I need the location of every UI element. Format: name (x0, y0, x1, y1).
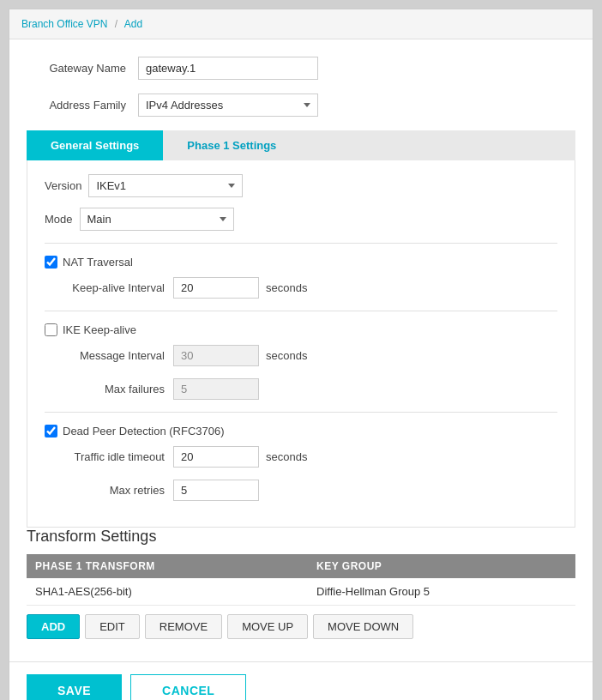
divider-2 (45, 311, 557, 311)
cancel-button[interactable]: CANCEL (130, 674, 246, 700)
divider-1 (45, 243, 557, 244)
gateway-name-input[interactable] (138, 57, 318, 80)
ike-keepalive-row: IKE Keep-alive (45, 323, 557, 336)
table-row[interactable]: SHA1-AES(256-bit) Diffie-Hellman Group 5 (27, 578, 575, 606)
settings-panel: Version IKEv1 IKEv2 Mode Main Aggressive… (27, 160, 575, 528)
page-container: Branch Office VPN / Add Gateway Name Add… (9, 9, 593, 700)
transform-section: Transform Settings PHASE 1 TRANSFORM KEY… (9, 528, 593, 661)
key-group-value: Diffie-Hellman Group 5 (308, 578, 575, 606)
move-down-button[interactable]: MOVE DOWN (313, 614, 413, 639)
add-button[interactable]: ADD (27, 614, 80, 639)
divider-3 (45, 412, 557, 413)
message-interval-row: Message Interval seconds (62, 345, 557, 366)
ike-keepalive-label[interactable]: IKE Keep-alive (63, 323, 136, 336)
gateway-name-row: Gateway Name (27, 57, 575, 80)
max-retries-row: Max retries (62, 480, 557, 501)
nat-traversal-label[interactable]: NAT Traversal (63, 256, 133, 269)
breadcrumb-parent-link[interactable]: Branch Office VPN (21, 18, 108, 30)
breadcrumb-current: Add (124, 18, 142, 30)
traffic-idle-input[interactable] (173, 446, 259, 468)
keepalive-interval-unit: seconds (266, 281, 307, 294)
ike-keepalive-checkbox[interactable] (45, 323, 57, 336)
table-header-row: PHASE 1 TRANSFORM KEY GROUP (27, 554, 575, 578)
dead-peer-checkbox[interactable] (45, 425, 57, 438)
save-button[interactable]: SAVE (27, 674, 122, 700)
address-family-row: Address Family IPv4 Addresses IPv6 Addre… (27, 94, 575, 117)
keepalive-interval-label: Keep-alive Interval (62, 281, 173, 294)
keepalive-interval-row: Keep-alive Interval seconds (62, 277, 557, 299)
footer-bar: SAVE CANCEL (9, 661, 593, 700)
message-interval-input[interactable] (173, 345, 259, 366)
mode-row: Mode Main Aggressive (45, 208, 557, 231)
message-interval-label: Message Interval (62, 349, 173, 362)
tab-phase1-settings[interactable]: Phase 1 Settings (163, 130, 300, 160)
max-failures-row: Max failures (62, 378, 557, 400)
col-phase1-transform: PHASE 1 TRANSFORM (27, 554, 308, 578)
version-label: Version (45, 179, 81, 192)
tabs-bar: General Settings Phase 1 Settings (27, 130, 575, 160)
traffic-idle-label: Traffic idle timeout (62, 450, 173, 463)
keepalive-interval-input[interactable] (173, 277, 259, 299)
message-interval-unit: seconds (266, 349, 307, 362)
transform-table: PHASE 1 TRANSFORM KEY GROUP SHA1-AES(256… (27, 554, 575, 606)
max-retries-label: Max retries (62, 484, 173, 497)
gateway-name-label: Gateway Name (27, 62, 138, 75)
dead-peer-label[interactable]: Dead Peer Detection (RFC3706) (63, 425, 225, 438)
dead-peer-row: Dead Peer Detection (RFC3706) (45, 425, 557, 438)
version-select[interactable]: IKEv1 IKEv2 (88, 174, 243, 197)
tab-general-settings[interactable]: General Settings (27, 130, 163, 160)
nat-traversal-row: NAT Traversal (45, 256, 557, 269)
mode-label: Mode (45, 213, 73, 226)
transform-btn-row: ADD EDIT REMOVE MOVE UP MOVE DOWN (27, 614, 575, 639)
col-key-group: KEY GROUP (308, 554, 575, 578)
tabs-wrapper: General Settings Phase 1 Settings Versio… (9, 130, 593, 528)
address-family-label: Address Family (27, 99, 138, 112)
max-failures-label: Max failures (62, 383, 173, 395)
breadcrumb-separator: / (115, 18, 117, 30)
max-retries-input[interactable] (173, 480, 259, 501)
remove-button[interactable]: REMOVE (145, 614, 222, 639)
traffic-idle-unit: seconds (266, 450, 307, 463)
transform-value: SHA1-AES(256-bit) (27, 578, 308, 606)
edit-button[interactable]: EDIT (85, 614, 140, 639)
address-family-select[interactable]: IPv4 Addresses IPv6 Addresses (138, 94, 318, 117)
transform-title: Transform Settings (27, 528, 575, 546)
move-up-button[interactable]: MOVE UP (227, 614, 308, 639)
version-row: Version IKEv1 IKEv2 (45, 174, 557, 197)
max-failures-input[interactable] (173, 378, 259, 400)
top-form: Gateway Name Address Family IPv4 Address… (9, 39, 593, 117)
breadcrumb: Branch Office VPN / Add (9, 9, 593, 39)
traffic-idle-row: Traffic idle timeout seconds (62, 446, 557, 468)
mode-select[interactable]: Main Aggressive (80, 208, 234, 231)
nat-traversal-checkbox[interactable] (45, 256, 57, 269)
